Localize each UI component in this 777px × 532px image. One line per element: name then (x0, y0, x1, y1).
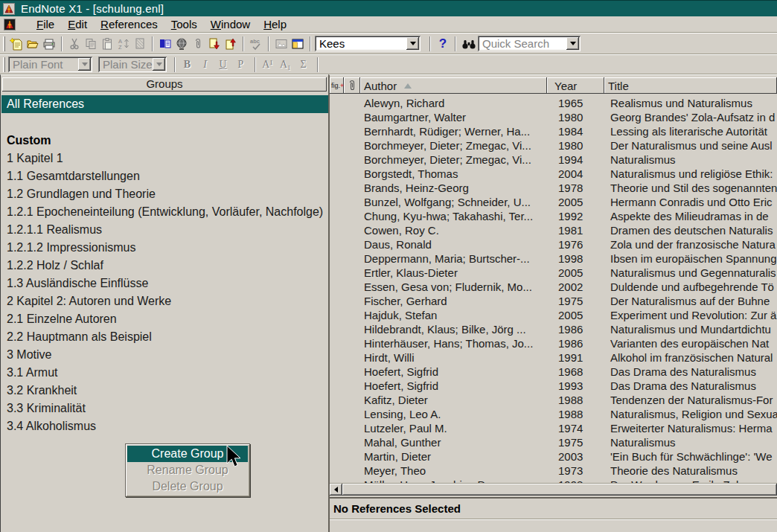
online-search-button[interactable] (173, 36, 189, 52)
cell-year: 2002 (547, 280, 604, 294)
reference-row[interactable]: Cowen, Roy C.1981Dramen des deutschen Na… (330, 223, 777, 237)
reference-row[interactable]: Essen, Gesa von; Fludernik, Mo...2002Dul… (330, 280, 777, 294)
import-button[interactable] (206, 36, 222, 52)
cell-author: Borchmeyer, Dieter; Zmegac, Vi... (360, 153, 547, 167)
cell-clip (344, 350, 360, 365)
scrollbar-thumb[interactable] (342, 484, 777, 496)
export-button[interactable] (223, 36, 238, 52)
toolbar-grip[interactable] (3, 36, 5, 51)
reference-row[interactable]: Hoefert, Sigfrid1993Das Drama des Natura… (330, 379, 777, 393)
scroll-left-button[interactable] (330, 484, 342, 496)
reference-row[interactable]: Daus, Ronald1976Zola und der franzosisch… (330, 237, 777, 251)
reference-row[interactable]: Hoefert, Sigfrid1968Das Drama des Natura… (330, 365, 777, 379)
reference-row[interactable]: Bunzel, Wolfgang; Schneider, U...2005Her… (330, 195, 777, 209)
open-library-button[interactable] (25, 36, 40, 52)
groups-pane-header[interactable]: Groups (2, 77, 327, 92)
print-button[interactable] (41, 36, 57, 52)
format-button-i: I (197, 57, 213, 72)
reference-row[interactable]: Deppermann, Maria; Burtscher-...1998Ibse… (330, 251, 777, 266)
cell-author: Alewyn, Richard (360, 96, 547, 110)
endnote-window: EndNote X1 - [schulung.enl] FileEditRefe… (0, 0, 777, 532)
group-item[interactable]: 1.3 Ausländische Einflüsse (1, 275, 327, 292)
toolbar-separator (174, 57, 176, 72)
reference-row[interactable]: Borchmeyer, Dieter; Zmegac, Vi...1980Der… (330, 138, 777, 153)
reference-row[interactable]: Martin, Dieter2003'Ein Buch für Schwächl… (330, 449, 777, 464)
group-item[interactable]: 1.2.1.1 Realismus (1, 221, 327, 239)
group-item[interactable]: 3.2 Krankheit (1, 382, 327, 400)
group-item[interactable]: 3.1 Armut (1, 364, 327, 382)
group-item[interactable]: 3 Motive (1, 346, 327, 364)
cell-title: Der Werdegang Emile Zolas von (604, 478, 777, 483)
group-item[interactable]: 1.2.2 Holz / Schlaf (1, 257, 327, 275)
menu-window[interactable]: Window (211, 18, 250, 31)
output-style-dropdown-button[interactable] (406, 37, 419, 50)
group-item[interactable]: 2 Kapitel 2: Autoren und Werke (1, 292, 327, 310)
cell-fig (330, 138, 344, 153)
output-style-select[interactable]: Kees (315, 36, 421, 51)
column-header-author[interactable]: Author (360, 77, 547, 94)
group-item[interactable]: 3.3 Kriminalität (1, 400, 327, 417)
attach-file-button[interactable] (190, 36, 205, 52)
menu-edit[interactable]: Edit (68, 18, 87, 31)
menu-tools[interactable]: Tools (171, 18, 197, 31)
reference-row[interactable]: Ertler, Klaus-Dieter2005Naturalismus und… (330, 266, 777, 280)
reference-row[interactable]: Müller, Hans-Joachim; Dennerm...1998Der … (330, 478, 777, 483)
group-item[interactable]: 1.2.1 Epocheneinteilung (Entwicklung, Vo… (1, 203, 327, 221)
column-header-figure[interactable]: fig.+ (330, 77, 344, 94)
reference-row[interactable]: Bernhardt, Rüdiger; Werner, Ha...1984Les… (330, 124, 777, 138)
cell-author: Cowen, Roy C. (360, 223, 547, 237)
column-header-attachment[interactable] (344, 77, 360, 94)
toolbar-grip[interactable] (3, 57, 5, 72)
reference-row[interactable]: Borgstedt, Thomas2004Naturalismus und re… (330, 167, 777, 181)
cell-fig (330, 435, 344, 449)
reference-row[interactable]: Hajduk, Stefan2005Experiment und Revolut… (330, 308, 777, 322)
quick-search-dropdown-button[interactable] (566, 37, 579, 50)
reference-row[interactable]: Hinterhäuser, Hans; Thomas, Jo...1986Var… (330, 336, 777, 350)
cell-year: 2003 (547, 449, 604, 464)
group-item[interactable]: 3.4 Alkoholismus (1, 417, 327, 435)
horizontal-scrollbar[interactable] (330, 483, 777, 496)
group-item[interactable]: 1.2 Grundlagen und Theorie (1, 185, 327, 203)
cell-year: 2005 (547, 195, 604, 209)
group-item[interactable]: 2.2 Hauptmann als Beispiel (1, 328, 327, 346)
cell-clip (344, 379, 360, 393)
column-header-year[interactable]: Year (547, 77, 604, 94)
reference-row[interactable]: Fischer, Gerhard1975Der Naturalismus auf… (330, 294, 777, 308)
group-item[interactable]: 1.2.1.2 Impressionismus (1, 239, 327, 257)
reference-row[interactable]: Chung, Kyu-hwa; Takahashi, Ter...1992Asp… (330, 209, 777, 223)
show-preview-button[interactable] (290, 36, 305, 52)
cell-author: Hinterhäuser, Hans; Thomas, Jo... (360, 336, 547, 350)
copy-formatted-button[interactable] (157, 36, 173, 52)
search-button[interactable] (460, 36, 478, 52)
menu-help[interactable]: Help (263, 18, 287, 31)
new-reference-button[interactable] (8, 36, 24, 52)
status-message: No References Selected (330, 499, 777, 515)
reference-row[interactable]: Alewyn, Richard1965Realismus und Natural… (330, 96, 777, 110)
quick-search-input[interactable]: Quick Search (478, 36, 581, 51)
output-style-value: Kees (316, 37, 406, 50)
cell-fig (330, 365, 344, 379)
reference-row[interactable]: Lensing, Leo A.1988Naturalismus, Religio… (330, 407, 777, 421)
reference-row[interactable]: Hirdt, Willi1991Alkohol im französischen… (330, 350, 777, 365)
column-header-title[interactable]: Title (604, 77, 777, 94)
reference-row[interactable]: Mahal, Gunther1975Naturalismus (330, 435, 777, 449)
group-item-all-references[interactable]: All References (1, 95, 328, 113)
reference-row[interactable]: Kafitz, Dieter1988Tendenzen der Naturali… (330, 393, 777, 407)
reference-row[interactable]: Baumgartner, Walter1980Georg Brandes' Zo… (330, 110, 777, 124)
help-button[interactable]: ? (435, 36, 451, 52)
reference-row[interactable]: Meyer, Theo1973Theorie des Naturalismus (330, 464, 777, 478)
reference-row[interactable]: Lutzeler, Paul M.1974Erweiterter Natural… (330, 421, 777, 435)
cell-author: Baumgartner, Walter (360, 110, 547, 124)
group-item[interactable]: 1.1 Gesamtdarstellungen (1, 167, 327, 185)
cell-fig (330, 110, 344, 124)
document-icon[interactable] (4, 19, 16, 31)
reference-row[interactable]: Brands, Heinz-Georg1978Theorie und Stil … (330, 181, 777, 195)
insert-picture-button (273, 36, 289, 52)
menu-file[interactable]: File (36, 18, 54, 31)
menu-references[interactable]: References (100, 18, 158, 31)
reference-row[interactable]: Borchmeyer, Dieter; Zmegac, Vi...1994Nat… (330, 153, 777, 167)
reference-row[interactable]: Hildebrandt, Klaus; Bilke, Jörg ...1986N… (330, 322, 777, 336)
cell-title: Naturalismus und Gegennaturalis (604, 266, 777, 280)
group-item[interactable]: 2.1 Einzelne Autoren (1, 310, 327, 328)
group-item[interactable]: 1 Kapitel 1 (1, 150, 327, 167)
